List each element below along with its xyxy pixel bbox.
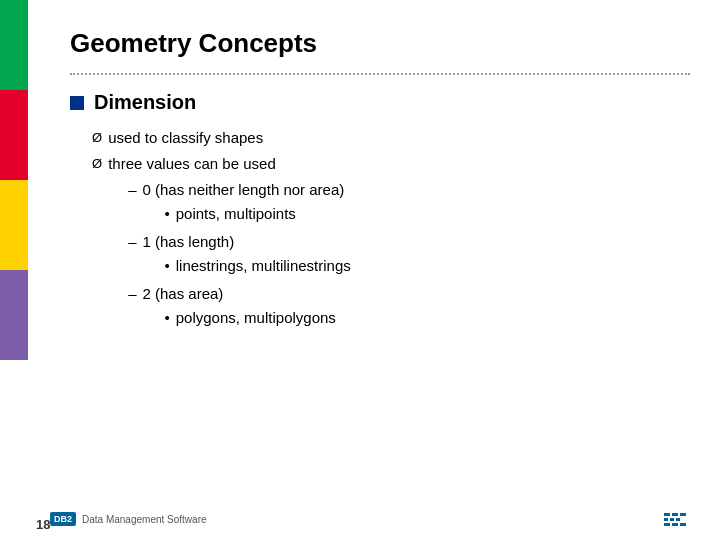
bullet-icon: • <box>164 306 169 330</box>
sub-item-text: 1 (has length) <box>142 233 234 250</box>
bullet-icon: • <box>164 254 169 278</box>
ibm-block <box>680 523 686 526</box>
ibm-logo <box>664 513 700 526</box>
dash-icon: – <box>128 178 136 202</box>
db2-tagline: Data Management Software <box>82 514 207 525</box>
dash-item: – 1 (has length) • linestrings, multilin… <box>128 230 351 280</box>
ibm-block <box>672 523 678 526</box>
item-text: three values can be used <box>108 155 276 172</box>
ibm-row-1 <box>664 513 700 516</box>
dash-icon: – <box>128 230 136 254</box>
sub-list: – 0 (has neither length nor area) • poin… <box>128 178 351 332</box>
ibm-row-3 <box>664 523 700 526</box>
bullet-text: linestrings, multilinestrings <box>176 254 351 278</box>
bar-green <box>0 0 28 90</box>
ibm-block <box>670 518 674 521</box>
list-item: Ø used to classify shapes <box>92 126 690 150</box>
section-label: Dimension <box>94 91 196 114</box>
dash-item: – 2 (has area) • polygons, multipolygons <box>128 282 351 332</box>
bullet-item: • points, multipoints <box>164 202 344 226</box>
db2-logo: DB2 <box>50 512 76 526</box>
list-item: Ø three values can be used – 0 (has neit… <box>92 152 690 334</box>
footer: DB2 Data Management Software <box>50 512 700 526</box>
page-number: 18 <box>36 517 50 532</box>
ibm-block <box>664 513 670 516</box>
bullet-icon: • <box>164 202 169 226</box>
left-color-bar <box>0 0 28 540</box>
bullet-sub: • points, multipoints <box>164 202 344 226</box>
bullet-text: polygons, multipolygons <box>176 306 336 330</box>
section-heading: Dimension <box>70 91 690 114</box>
main-content: Geometry Concepts Dimension Ø used to cl… <box>50 0 720 540</box>
ibm-block <box>680 513 686 516</box>
item-text: used to classify shapes <box>108 126 263 150</box>
dash-icon: – <box>128 282 136 306</box>
bullet-item: • linestrings, multilinestrings <box>164 254 350 278</box>
section-bullet-icon <box>70 96 84 110</box>
db2-badge: DB2 Data Management Software <box>50 512 207 526</box>
content-list: Ø used to classify shapes Ø three values… <box>92 126 690 334</box>
bullet-item: • polygons, multipolygons <box>164 306 335 330</box>
ibm-row-2 <box>664 518 700 521</box>
slide-title: Geometry Concepts <box>70 28 690 59</box>
bar-yellow <box>0 180 28 270</box>
ibm-block <box>664 523 670 526</box>
sub-item-text: 2 (has area) <box>142 285 223 302</box>
dash-item: – 0 (has neither length nor area) • poin… <box>128 178 351 228</box>
bullet-text: points, multipoints <box>176 202 296 226</box>
arrow-icon: Ø <box>92 154 102 175</box>
bullet-sub: • linestrings, multilinestrings <box>164 254 350 278</box>
bullet-sub: • polygons, multipolygons <box>164 306 335 330</box>
arrow-icon: Ø <box>92 128 102 149</box>
sub-item-text: 0 (has neither length nor area) <box>142 181 344 198</box>
bar-purple <box>0 270 28 360</box>
ibm-block <box>664 518 668 521</box>
dotted-divider <box>70 73 690 75</box>
ibm-block <box>676 518 680 521</box>
bar-red <box>0 90 28 180</box>
ibm-block <box>672 513 678 516</box>
bar-white <box>0 360 28 540</box>
